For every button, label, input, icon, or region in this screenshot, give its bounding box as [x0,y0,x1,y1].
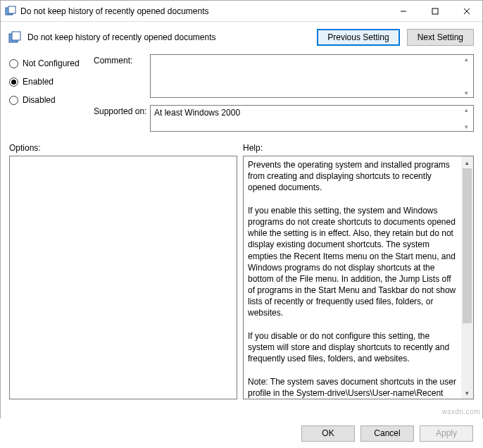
scroll-up-icon[interactable]: ▴ [461,156,473,168]
radio-label: Disabled [23,95,56,105]
scroll-down-icon[interactable]: ▾ [461,387,473,399]
comment-label: Comment: [94,54,150,66]
fields: Comment: ▴▾ Supported on: At least Windo… [94,54,474,139]
scroll-track[interactable] [461,168,473,387]
help-pane: Prevents the operating system and instal… [243,156,474,399]
radio-enabled[interactable]: Enabled [9,77,94,87]
minimize-button[interactable] [387,1,419,21]
footer: OK Cancel Apply [0,418,483,448]
radio-not-configured[interactable]: Not Configured [9,58,94,68]
supported-text: At least Windows 2000 [154,108,240,118]
state-radios: Not Configured Enabled Disabled [9,54,94,139]
ok-button[interactable]: OK [301,425,355,442]
apply-button[interactable]: Apply [420,425,473,442]
radio-icon [9,59,18,68]
header-row: Do not keep history of recently opened d… [1,22,482,51]
comment-input[interactable]: ▴▾ [150,54,474,98]
panes: Prevents the operating system and instal… [1,154,482,399]
window-title: Do not keep history of recently opened d… [20,6,387,16]
supported-on-value: At least Windows 2000 ▴▾ [150,105,474,132]
svg-rect-1 [8,6,15,13]
titlebar: Do not keep history of recently opened d… [1,1,482,22]
supported-on-label: Supported on: [94,105,150,116]
close-button[interactable] [451,1,482,21]
scroll-thumb[interactable] [463,168,472,323]
maximize-button[interactable] [419,1,451,21]
radio-disabled[interactable]: Disabled [9,95,94,105]
svg-rect-7 [12,32,20,40]
options-label: Options: [9,143,243,153]
options-pane [9,156,237,399]
previous-setting-button[interactable]: Previous Setting [317,29,399,46]
pane-labels: Options: Help: [1,139,482,154]
scrollbar: ▴▾ [460,56,472,97]
policy-icon [8,30,22,44]
radio-icon [9,96,18,105]
svg-rect-3 [432,8,438,14]
radio-label: Enabled [23,77,54,87]
scrollbar: ▴▾ [460,106,472,130]
radio-icon [9,77,18,87]
config-area: Not Configured Enabled Disabled Comment:… [1,51,482,139]
help-text: Prevents the operating system and instal… [244,156,461,399]
app-icon [5,6,16,17]
help-scrollbar[interactable]: ▴ ▾ [461,156,473,399]
policy-name: Do not keep history of recently opened d… [27,32,310,42]
radio-label: Not Configured [23,58,80,68]
watermark: wsxdn.com [441,408,480,416]
next-setting-button[interactable]: Next Setting [407,29,474,46]
help-label: Help: [243,143,263,153]
cancel-button[interactable]: Cancel [360,425,414,442]
